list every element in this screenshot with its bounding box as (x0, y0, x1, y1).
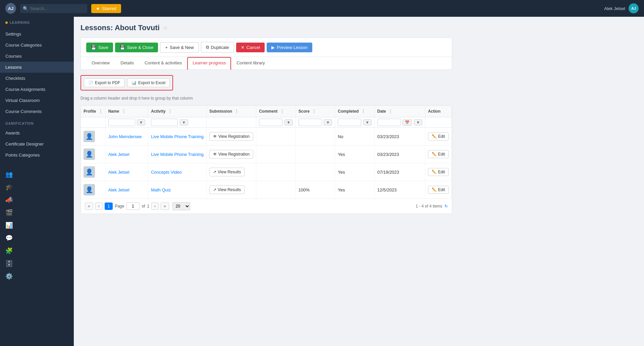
name-link-3[interactable]: Alek Jetsel (108, 170, 129, 175)
sidebar-item-virtual-classroom[interactable]: Virtual Classroom (0, 95, 74, 106)
view-results-btn-3[interactable]: ↗ View Results (209, 168, 245, 176)
table-filter-row: ▼ ▼ ▼ ▼ (81, 117, 451, 128)
col-submission-handle[interactable]: ⋮ (234, 109, 238, 114)
cell-action-3: ✏️ Edit (425, 163, 451, 181)
export-pdf-button[interactable]: 📄 Export to PDF (84, 78, 124, 87)
col-activity: Activity ⋮ (148, 106, 207, 117)
view-results-btn-4[interactable]: ↗ View Results (209, 185, 245, 194)
page-1-btn[interactable]: 1 (105, 203, 113, 210)
topbar-search-wrap: 🔍 (20, 4, 87, 13)
col-comment-handle[interactable]: ⋮ (280, 109, 284, 114)
tab-learner-progress[interactable]: Learner progress (187, 57, 231, 70)
page-next-btn[interactable]: › (151, 203, 159, 210)
activity-link-1[interactable]: Live Mobile Phone Training (151, 134, 204, 139)
sidebar-item-courses[interactable]: Courses (0, 51, 74, 62)
col-date-handle[interactable]: ⋮ (388, 109, 392, 114)
save-close-button[interactable]: 💾 Save & Close (115, 43, 158, 52)
save-button[interactable]: 💾 Save (86, 43, 113, 52)
filter-activity-btn[interactable]: ▼ (180, 119, 188, 125)
edit-btn-2[interactable]: ✏️ Edit (428, 150, 449, 158)
filter-comment-btn[interactable]: ▼ (284, 119, 293, 125)
name-link-1[interactable]: John Meindersee (108, 134, 142, 139)
filter-name-btn[interactable]: ▼ (137, 119, 145, 125)
starred-button[interactable]: ★ Starred (91, 4, 121, 13)
sidebar-icon-users[interactable]: 👥 (5, 171, 68, 178)
search-input[interactable] (20, 4, 87, 13)
cell-score-1 (296, 128, 335, 146)
topbar: AJ 🔍 ★ Starred Alek Jetsel AJ (0, 0, 644, 17)
col-activity-handle[interactable]: ⋮ (168, 109, 172, 114)
col-score: Score ⋮ (296, 106, 335, 117)
sidebar-icon-settings[interactable]: ⚙️ (5, 273, 68, 280)
sidebar-icon-chart[interactable]: 📊 (5, 222, 68, 229)
tab-overview[interactable]: Overview (86, 57, 115, 69)
avatar-3: 👤 (84, 166, 95, 178)
page-title-star-icon[interactable]: ☆ (163, 25, 168, 31)
sidebar-icon-chat[interactable]: 💬 (5, 234, 68, 242)
filter-comment-input[interactable] (259, 119, 282, 126)
page-first-btn[interactable]: « (85, 203, 93, 210)
refresh-icon[interactable]: ↻ (444, 204, 448, 209)
filter-score-input[interactable] (299, 119, 322, 126)
filter-date-calendar[interactable]: 📅 (402, 119, 412, 126)
page-header: Lessons: About Tovuti ☆ (80, 23, 452, 32)
name-link-2[interactable]: Alek Jetsel (108, 152, 129, 157)
filter-date-input[interactable] (377, 119, 401, 126)
preview-lesson-button[interactable]: ▶ Preview Lesson (267, 43, 312, 52)
sidebar-item-checklists[interactable]: Checklists (0, 73, 74, 84)
edit-btn-1[interactable]: ✏️ Edit (428, 132, 449, 140)
preview-icon: ▶ (271, 45, 275, 50)
sidebar-item-course-comments[interactable]: Course Comments (0, 106, 74, 117)
sidebar-icon-storage[interactable]: 🗄️ (5, 260, 68, 267)
cell-profile-1: 👤 (81, 128, 105, 146)
view-registration-btn-2[interactable]: 👁 View Registration (209, 150, 253, 159)
page-prev-btn[interactable]: ‹ (95, 203, 103, 210)
save-close-icon: 💾 (120, 45, 125, 50)
edit-btn-4[interactable]: ✏️ Edit (428, 186, 449, 194)
per-page-select[interactable]: 20 50 100 (172, 202, 190, 210)
cell-submission-1: 👁 View Registration (207, 128, 256, 146)
cell-submission-3: ↗ View Results (207, 163, 256, 181)
sidebar-item-awards[interactable]: Awards (0, 127, 74, 138)
sidebar-item-course-categories[interactable]: Course Categories (0, 40, 74, 51)
duplicate-button[interactable]: ⧉ Duplicate (201, 42, 234, 53)
filter-completed-btn[interactable]: ▼ (363, 119, 372, 125)
name-link-4[interactable]: Alek Jetsel (108, 187, 129, 192)
tab-details[interactable]: Details (115, 57, 139, 69)
filter-completed-input[interactable] (338, 119, 361, 126)
sidebar-item-course-assignments[interactable]: Course Assignments (0, 84, 74, 95)
page-last-btn[interactable]: » (161, 203, 169, 210)
page-of-value: 1 (147, 204, 149, 209)
export-excel-button[interactable]: 📊 Export to Excel (127, 78, 170, 87)
cell-date-3: 07/19/2023 (374, 163, 425, 181)
activity-link-2[interactable]: Live Mobile Phone Training (151, 152, 204, 157)
tab-content-activities[interactable]: Content & activities (139, 57, 187, 69)
filter-activity-input[interactable] (151, 119, 178, 126)
sidebar-icon-graduation[interactable]: 🎓 (5, 183, 68, 191)
activity-link-3[interactable]: Concepts Video (151, 170, 182, 175)
save-icon: 💾 (91, 45, 96, 50)
col-completed-handle[interactable]: ⋮ (361, 109, 365, 114)
col-name-handle[interactable]: ⋮ (122, 109, 126, 114)
col-profile-handle[interactable]: ⋮ (99, 109, 103, 114)
cancel-button[interactable]: ✕ Cancel (236, 43, 265, 52)
sidebar-item-points-categories[interactable]: Points Categories (0, 150, 74, 161)
filter-date-btn[interactable]: ▼ (414, 119, 422, 125)
sidebar-icon-megaphone[interactable]: 📣 (5, 196, 68, 204)
filter-score-btn[interactable]: ▼ (324, 119, 332, 125)
col-score-handle[interactable]: ⋮ (312, 109, 316, 114)
edit-btn-3[interactable]: ✏️ Edit (428, 168, 449, 176)
activity-link-4[interactable]: Math Quiz (151, 187, 171, 192)
table-row: 👤 Alek Jetsel Concepts Video ↗ View Resu… (81, 163, 451, 181)
sidebar-icon-puzzle[interactable]: 🧩 (5, 247, 68, 254)
save-new-button[interactable]: + Save & New (160, 42, 199, 53)
page-number-input[interactable] (126, 203, 140, 210)
sidebar-item-settings[interactable]: Settings (0, 28, 74, 40)
sidebar-item-certificate-designer[interactable]: Certificate Designer (0, 138, 74, 150)
view-registration-btn-1[interactable]: 👁 View Registration (209, 132, 253, 141)
filter-name-input[interactable] (108, 119, 135, 126)
avatar-1: 👤 (84, 131, 95, 142)
sidebar-item-lessons[interactable]: Lessons (0, 62, 74, 73)
sidebar-icon-video[interactable]: 🎬 (5, 209, 68, 216)
tab-content-library[interactable]: Content library (231, 57, 270, 69)
